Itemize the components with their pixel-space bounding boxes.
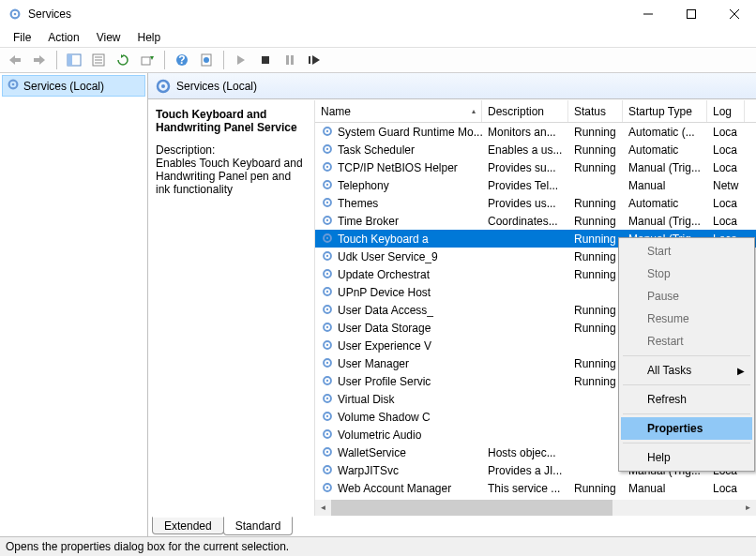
- panel-header-icon: [156, 79, 171, 94]
- service-icon: [321, 374, 336, 389]
- service-name-cell: Time Broker: [338, 215, 399, 228]
- menubar: File Action View Help: [0, 28, 756, 47]
- ctx-resume[interactable]: Resume: [621, 308, 752, 330]
- table-row[interactable]: ThemesProvides us...RunningAutomaticLoca: [315, 194, 756, 212]
- svg-point-30: [326, 147, 328, 149]
- svg-rect-7: [34, 58, 40, 62]
- column-description[interactable]: Description: [482, 100, 568, 122]
- column-status[interactable]: Status: [568, 100, 623, 122]
- table-row[interactable]: Time BrokerCoordinates...RunningManual (…: [315, 212, 756, 230]
- ctx-restart[interactable]: Restart: [621, 330, 752, 353]
- menu-help[interactable]: Help: [130, 29, 169, 46]
- console-tree: Services (Local): [0, 73, 148, 536]
- service-log-cell: Loca: [707, 126, 745, 139]
- statusbar: Opens the properties dialog box for the …: [0, 536, 756, 556]
- service-name-cell: Udk User Service_9: [338, 250, 438, 263]
- restart-service-button[interactable]: [303, 49, 325, 71]
- scroll-right-button[interactable]: ►: [740, 500, 756, 516]
- service-name-cell: Telephony: [338, 179, 389, 192]
- minimize-button[interactable]: [627, 0, 670, 28]
- service-type-cell: Automatic (...: [623, 126, 707, 139]
- panel-body: Touch Keyboard and Handwriting Panel Ser…: [148, 99, 756, 516]
- ctx-properties[interactable]: Properties: [621, 417, 752, 440]
- toolbar-separator: [223, 51, 224, 69]
- toolbar: ?: [0, 47, 756, 73]
- ctx-help[interactable]: Help: [621, 446, 752, 469]
- refresh-button[interactable]: [112, 49, 134, 71]
- service-desc-cell: This service ...: [482, 482, 568, 495]
- maximize-button[interactable]: [670, 0, 713, 28]
- back-button[interactable]: [4, 49, 26, 71]
- menu-action[interactable]: Action: [40, 29, 86, 46]
- horizontal-scrollbar[interactable]: ◄ ►: [315, 500, 756, 516]
- service-desc-cell: Coordinates...: [482, 215, 568, 228]
- ctx-stop[interactable]: Stop: [621, 263, 752, 285]
- table-row[interactable]: TCP/IP NetBIOS HelperProvides su...Runni…: [315, 158, 756, 176]
- service-status-cell: Running: [568, 161, 623, 174]
- menu-file[interactable]: File: [6, 29, 38, 46]
- service-type-cell: Automatic: [623, 143, 707, 157]
- service-name-cell: Virtual Disk: [338, 393, 394, 406]
- column-name[interactable]: Name▴: [315, 100, 482, 122]
- service-name-cell: Web Account Manager: [338, 482, 451, 495]
- column-startup-type[interactable]: Startup Type: [623, 100, 707, 122]
- service-icon: [321, 214, 336, 229]
- service-log-cell: Loca: [707, 161, 745, 174]
- svg-point-36: [326, 201, 328, 203]
- service-icon: [321, 356, 336, 371]
- table-row[interactable]: Task SchedulerEnables a us...RunningAuto…: [315, 141, 756, 158]
- export-button[interactable]: [136, 49, 159, 71]
- ctx-all-tasks[interactable]: All Tasks▶: [621, 359, 752, 382]
- service-name-cell: User Data Storage: [338, 322, 431, 335]
- help-button[interactable]: ?: [171, 49, 193, 71]
- service-icon: [321, 125, 336, 140]
- svg-point-28: [326, 129, 328, 131]
- svg-point-24: [12, 83, 15, 86]
- help-doc-button[interactable]: [195, 49, 218, 71]
- service-type-cell: Automatic: [623, 197, 707, 210]
- statusbar-text: Opens the properties dialog box for the …: [6, 540, 289, 553]
- menu-view[interactable]: View: [89, 29, 129, 46]
- service-name-cell: Touch Keyboard a: [338, 233, 429, 246]
- pause-service-button[interactable]: [279, 49, 301, 71]
- svg-rect-9: [68, 54, 72, 66]
- properties-toolbar-button[interactable]: [87, 49, 110, 71]
- service-icon: [321, 445, 336, 460]
- show-hide-tree-button[interactable]: [63, 49, 85, 71]
- window-title: Services: [28, 8, 627, 21]
- service-type-cell: Manual: [623, 482, 707, 495]
- svg-point-48: [326, 308, 328, 309]
- svg-point-34: [326, 183, 328, 185]
- ctx-start[interactable]: Start: [621, 240, 752, 263]
- forward-button[interactable]: [28, 49, 51, 71]
- service-name-cell: System Guard Runtime Mo...: [338, 126, 482, 139]
- service-name-cell: Task Scheduler: [338, 143, 415, 157]
- close-button[interactable]: [713, 0, 756, 28]
- ctx-pause[interactable]: Pause: [621, 285, 752, 308]
- description-column: Touch Keyboard and Handwriting Panel Ser…: [148, 100, 315, 516]
- scroll-left-button[interactable]: ◄: [315, 500, 331, 516]
- svg-point-60: [326, 414, 328, 416]
- selected-service-name: Touch Keyboard and Handwriting Panel Ser…: [156, 108, 305, 134]
- service-name-cell: User Data Access_: [338, 304, 433, 317]
- svg-point-58: [326, 397, 328, 398]
- svg-point-52: [326, 343, 328, 345]
- svg-point-44: [326, 272, 328, 274]
- start-service-button[interactable]: [230, 49, 252, 71]
- service-name-cell: TCP/IP NetBIOS Helper: [338, 161, 458, 174]
- table-row[interactable]: Web Account ManagerThis service ...Runni…: [315, 479, 756, 497]
- service-status-cell: Running: [568, 143, 623, 157]
- table-row[interactable]: TelephonyProvides Tel...ManualNetw: [315, 176, 756, 194]
- ctx-refresh[interactable]: Refresh: [621, 388, 752, 411]
- table-row[interactable]: System Guard Runtime Mo...Monitors an...…: [315, 123, 756, 141]
- ctx-separator: [623, 384, 750, 385]
- panel-header-title: Services (Local): [176, 80, 257, 93]
- tab-standard[interactable]: Standard: [223, 517, 294, 535]
- tab-extended[interactable]: Extended: [152, 517, 224, 534]
- tree-item-services-local[interactable]: Services (Local): [2, 75, 145, 97]
- service-desc-cell: Hosts objec...: [482, 446, 568, 459]
- scroll-thumb[interactable]: [331, 500, 612, 516]
- window-controls: [627, 0, 756, 28]
- column-log[interactable]: Log: [707, 100, 745, 122]
- stop-service-button[interactable]: [254, 49, 277, 71]
